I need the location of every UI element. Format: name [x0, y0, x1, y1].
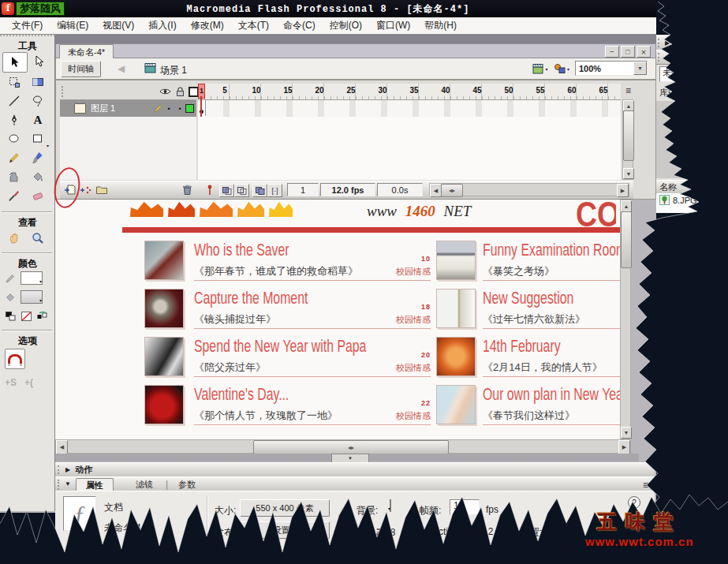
tool-lasso[interactable] — [26, 92, 50, 110]
layer-lock-dot-icon[interactable]: • — [174, 105, 185, 113]
tool-text[interactable]: A — [26, 110, 50, 129]
stage-hscroll-thumb[interactable]: ◂▸ — [253, 440, 449, 454]
minimize-button[interactable]: − — [605, 46, 619, 58]
layer-name[interactable]: 图层 1 — [91, 103, 153, 114]
timeline-toggle-button[interactable]: 时间轴 — [61, 61, 101, 77]
library-item-row[interactable]: 8.JPG — [656, 193, 728, 207]
layer-outline-color-swatch[interactable] — [185, 104, 194, 113]
stroke-color-swatch[interactable]: ▾ — [21, 271, 43, 285]
straighten-icon[interactable]: +( — [24, 377, 33, 388]
properties-menu-icon[interactable]: ≡ — [643, 480, 648, 491]
add-motion-guide-button[interactable] — [79, 183, 93, 196]
tool-pencil[interactable] — [2, 148, 26, 167]
size-button[interactable]: 550 x 400 像素 — [240, 499, 330, 517]
library-document-select[interactable]: 未命 — [659, 66, 716, 82]
actions-panel-header[interactable]: ▶ 动作 — [55, 462, 655, 477]
show-hide-eye-icon[interactable] — [159, 86, 171, 97]
stage-scroll-right-icon[interactable]: ▶ — [618, 440, 630, 454]
profile-info[interactable]: 配置文件: 默认... — [521, 526, 591, 540]
layer-row[interactable]: 图层 1 • • — [60, 100, 196, 117]
help-icon[interactable]: ? — [628, 496, 640, 509]
menu-view[interactable]: 视图(V) — [95, 19, 141, 32]
background-color-swatch[interactable]: ▾ — [390, 499, 391, 512]
snap-to-objects-toggle[interactable] — [5, 349, 25, 369]
stage-scroll-down-icon[interactable]: ▼ — [621, 427, 632, 439]
frame-rate-display[interactable]: 12.0 fps — [320, 183, 375, 196]
collapsed-side-panel-header[interactable]: ▶ — [656, 35, 728, 50]
back-arrow-icon[interactable]: ◀ — [118, 63, 125, 74]
smooth-icon[interactable]: +S — [5, 377, 17, 388]
timeline-hscrollbar[interactable]: ◀ ◂▸ ▶ — [429, 183, 629, 196]
publish-settings-button[interactable]: 设置... — [240, 521, 330, 539]
playhead-line[interactable] — [200, 96, 202, 117]
no-color-button[interactable] — [21, 311, 32, 321]
menu-control[interactable]: 控制(O) — [323, 19, 369, 32]
menu-commands[interactable]: 命令(C) — [276, 19, 323, 32]
stage-scroll-up-icon[interactable]: ▲ — [621, 200, 632, 212]
timeline-scroll-left-icon[interactable]: ◀ — [430, 184, 442, 197]
timeline-menu-icon[interactable]: ≡ — [625, 85, 631, 96]
default-colors-button[interactable] — [5, 311, 17, 321]
edit-scene-button[interactable]: ▾ — [532, 62, 548, 76]
library-panel-header[interactable]: ▼ — [656, 50, 728, 65]
timeline-vscrollbar[interactable]: ▲ ▼ — [622, 99, 633, 180]
document-name[interactable]: 未命名-4 — [104, 521, 141, 535]
zoom-select[interactable]: 100% ▼ — [575, 61, 648, 76]
tool-eraser[interactable] — [26, 186, 50, 205]
swap-colors-button[interactable] — [36, 311, 48, 321]
timeline-vscroll-thumb[interactable] — [623, 110, 634, 161]
edit-multiple-frames-button[interactable] — [252, 184, 267, 197]
tool-oval[interactable] — [2, 129, 26, 148]
menu-text[interactable]: 文本(T) — [231, 19, 276, 32]
timeline-scroll-up-icon[interactable]: ▲ — [623, 100, 634, 111]
fill-color-swatch[interactable]: ▾ — [21, 290, 43, 304]
timeline-scroll-right-icon[interactable]: ▶ — [617, 184, 629, 197]
menu-file[interactable]: 文件(F) — [5, 19, 50, 32]
tool-selection[interactable] — [2, 52, 28, 73]
tool-subselection[interactable] — [28, 52, 51, 71]
tool-free-transform[interactable] — [2, 73, 26, 92]
lock-icon[interactable] — [175, 86, 185, 97]
delete-layer-button[interactable] — [180, 183, 194, 196]
edit-symbols-button[interactable]: ▾ — [553, 62, 570, 76]
zoom-dropdown-icon[interactable]: ▼ — [633, 62, 647, 75]
onion-skin-button[interactable] — [219, 184, 234, 197]
tab-filters[interactable]: 滤镜 — [128, 478, 161, 491]
tool-eyedropper[interactable] — [2, 186, 26, 205]
tool-paint-bucket[interactable] — [26, 167, 50, 186]
tool-pen[interactable] — [2, 110, 26, 129]
document-tab[interactable]: 未命名-4* — [59, 44, 114, 59]
frame-ruler[interactable]: 5 10 15 20 25 30 35 40 45 50 55 60 65 1 — [198, 84, 621, 100]
stage-vscroll-thumb[interactable] — [621, 211, 632, 268]
layer-visible-dot-icon[interactable]: • — [163, 105, 174, 113]
center-frame-button[interactable] — [203, 183, 216, 196]
onion-skin-outlines-button[interactable] — [234, 184, 249, 197]
tool-brush[interactable] — [26, 148, 50, 167]
menu-edit[interactable]: 编辑(E) — [50, 19, 95, 32]
stage-hscrollbar[interactable]: ◀ ◂▸ ▶ — [55, 439, 631, 454]
menu-modify[interactable]: 修改(M) — [184, 19, 231, 32]
library-name-column-header[interactable]: 名称 — [656, 180, 728, 194]
stage-scroll-left-icon[interactable]: ◀ — [56, 440, 68, 454]
close-button[interactable]: × — [637, 46, 651, 58]
tab-parameters[interactable]: 参数 — [170, 478, 203, 491]
menu-help[interactable]: 帮助(H) — [417, 19, 464, 32]
stage-vscrollbar[interactable]: ▲ ▼ — [620, 200, 631, 439]
menu-insert[interactable]: 插入(I) — [141, 19, 183, 32]
tool-zoom[interactable] — [26, 229, 50, 248]
keyframe-cell[interactable] — [198, 100, 206, 116]
tool-gradient-transform[interactable] — [26, 73, 50, 92]
tool-hand[interactable] — [2, 229, 26, 248]
menu-window[interactable]: 窗口(W) — [369, 19, 417, 32]
stage-canvas[interactable]: www 1460 NET CON Who is the Saver 《那年春节，… — [55, 200, 620, 439]
insert-folder-button[interactable] — [95, 183, 109, 196]
timeline-hscroll-thumb[interactable]: ◂▸ — [441, 184, 463, 197]
tool-line[interactable] — [2, 92, 26, 110]
frame-rate-input[interactable]: 12 — [450, 499, 480, 515]
timeline-scroll-down-icon[interactable]: ▼ — [623, 168, 634, 179]
modify-onion-markers-button[interactable]: [·] — [267, 184, 282, 197]
tool-rectangle[interactable]: ▾ — [26, 129, 50, 148]
layer-frames-strip[interactable] — [198, 100, 621, 118]
tool-ink-bottle[interactable] — [2, 167, 26, 186]
restore-button[interactable]: □ — [621, 46, 635, 58]
